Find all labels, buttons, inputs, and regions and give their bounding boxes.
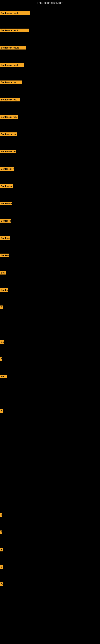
bottleneck-bar: B (0, 565, 3, 569)
bottleneck-bar: Bo (0, 340, 4, 344)
bottleneck-bar: Bottleneck resu (0, 184, 13, 188)
bottleneck-bar: Bottleneck resul (0, 63, 24, 67)
bottleneck-bar: Bottlenec (0, 254, 9, 257)
bottleneck-bar: Bottleneck resu (0, 150, 16, 153)
bottleneck-bar: Bott (0, 375, 7, 378)
bottleneck-bar: B (0, 358, 2, 361)
bottleneck-bar: B (0, 530, 2, 534)
bottleneck-bar: Bottlen (0, 288, 8, 292)
bottleneck-bar: Bottleneck resu (0, 98, 20, 102)
bottleneck-bar: Bottleneck re (0, 202, 12, 205)
bottleneck-bar: Bottleneck resu (0, 80, 22, 84)
bottleneck-bar: Bottleneck result (0, 28, 29, 32)
site-title: TheBottlenecker.com (0, 0, 100, 6)
bottleneck-bar: B (0, 548, 3, 552)
bottleneck-bar: Bottleneck re (0, 236, 10, 240)
bottleneck-bar: Bo (0, 582, 3, 586)
bottleneck-bar: Bottleneck result (0, 46, 26, 50)
bottleneck-bar: Bottleneck result (0, 11, 30, 15)
bottleneck-bar: Bottleneck re (0, 219, 11, 222)
bottleneck-bar: B (0, 513, 2, 517)
bottleneck-bar: Bot (0, 271, 6, 274)
bottleneck-bar: Bottleneck resu (0, 115, 18, 119)
bottleneck-bar: Bottleneck resu (0, 167, 14, 171)
bottleneck-bar: Bottleneck resu (0, 132, 17, 136)
bottleneck-bar: B (0, 409, 3, 413)
bottleneck-bar: B (0, 306, 3, 309)
